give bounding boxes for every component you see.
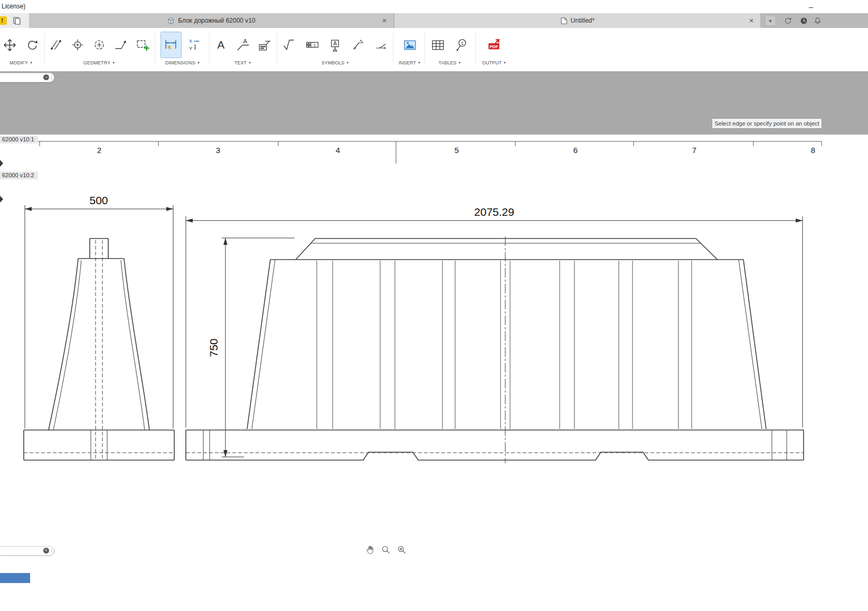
group-symbols: .1 A: [279, 31, 392, 65]
edge-extension-button[interactable]: [111, 32, 130, 58]
ribbon-toolbar: MODIFY▼: [0, 28, 868, 71]
toolbar-separator: [44, 33, 45, 64]
svg-text:6: 6: [573, 146, 578, 155]
browser-item-view2[interactable]: 62000 v10:2: [0, 171, 38, 179]
toolbar-separator: [475, 33, 476, 64]
center-mark-button[interactable]: [68, 32, 87, 58]
chevron-down-icon: ▼: [458, 61, 461, 64]
toolbar-separator: [277, 33, 277, 64]
dimension-tool-button-active[interactable]: [161, 32, 182, 58]
group-label[interactable]: TEXT▼: [211, 60, 275, 65]
center-line-circle-button[interactable]: [90, 32, 109, 58]
zoom-window-icon[interactable]: [396, 544, 408, 556]
history-clock-icon[interactable]: [799, 16, 808, 25]
toolbar-separator: [155, 33, 155, 64]
svg-text:3: 3: [216, 146, 220, 155]
dimension-side-height[interactable]: 750: [207, 238, 295, 457]
notification-bell-icon[interactable]: [813, 16, 822, 25]
zoom-icon[interactable]: [380, 544, 392, 556]
tab-document-1[interactable]: Блок дорожный 62000 v10 ✕: [29, 13, 394, 28]
tab-close-button[interactable]: ✕: [748, 17, 755, 24]
app-window: License) – ! Блок дорожный 62000 v10 ✕: [0, 0, 868, 611]
surface-texture-button[interactable]: [279, 32, 299, 58]
group-label[interactable]: MODIFY▼: [0, 60, 42, 65]
svg-text:PDF: PDF: [489, 44, 498, 49]
tab-label: Untitled*: [571, 17, 595, 24]
svg-text:4: 4: [336, 146, 340, 155]
drawing-sheet-svg: 2 3 4 5 6 7 8: [0, 135, 868, 611]
group-dimensions: X Y DIMENSIONS▼: [157, 31, 208, 65]
sheet-zone-numbers: 2 3 4 5 6 7 8: [97, 146, 815, 155]
datum-target-button[interactable]: [348, 32, 369, 58]
group-label[interactable]: SYMBOLS▼: [279, 60, 392, 65]
chevron-down-icon: ▼: [197, 61, 200, 64]
warning-icon[interactable]: !: [0, 16, 7, 25]
offset-edges-button[interactable]: [46, 32, 65, 58]
svg-text:X: X: [189, 39, 193, 44]
pan-hand-icon[interactable]: [364, 544, 376, 556]
move-copy-button[interactable]: [0, 32, 20, 58]
svg-text:2075.29: 2075.29: [474, 206, 514, 218]
side-view[interactable]: [186, 236, 804, 463]
group-label[interactable]: DIMENSIONS▼: [157, 60, 208, 65]
group-modify: MODIFY▼: [0, 31, 42, 65]
taskbar-fragment: [0, 573, 30, 583]
insert-image-button[interactable]: [399, 32, 420, 58]
dimension-side-length[interactable]: 2075.29: [186, 206, 803, 427]
grip-icon: [51, 549, 54, 553]
tab-close-button[interactable]: ✕: [381, 17, 388, 24]
svg-text:5: 5: [455, 146, 459, 155]
group-tables: 1 TABLES▼: [427, 31, 473, 65]
table-button[interactable]: [428, 32, 449, 58]
rotate-button[interactable]: [23, 32, 43, 58]
toolbar-separator: [393, 33, 393, 64]
sheet-zone-ruler: [0, 141, 822, 164]
group-label[interactable]: TABLES▼: [427, 60, 473, 65]
svg-text:1: 1: [461, 40, 464, 45]
svg-text:A: A: [243, 38, 247, 44]
group-label[interactable]: OUTPUT▼: [477, 60, 511, 65]
group-label[interactable]: GEOMETRY▼: [46, 60, 152, 65]
drawing-canvas[interactable]: 2 3 4 5 6 7 8: [0, 135, 868, 611]
new-tab-button[interactable]: +: [766, 16, 775, 25]
note-button[interactable]: [255, 32, 275, 58]
feature-control-frame-button[interactable]: .1: [302, 32, 323, 58]
browser-collapse-bar[interactable]: −: [0, 73, 54, 82]
leader-text-button[interactable]: A: [233, 32, 253, 58]
expand-plus-icon[interactable]: +: [43, 548, 49, 553]
collapse-minus-icon[interactable]: −: [43, 74, 49, 80]
group-geometry: GEOMETRY▼: [46, 31, 152, 65]
grip-icon: [51, 75, 54, 80]
prompt-tooltip: Select edge or specify point on an objec…: [712, 118, 822, 129]
chevron-down-icon: ▼: [248, 61, 251, 64]
text-button[interactable]: A: [211, 32, 231, 58]
output-pdf-button[interactable]: PDF: [484, 32, 505, 58]
toolbar-separator: [424, 33, 425, 64]
taper-symbol-button[interactable]: [371, 32, 392, 58]
dimension-front-width[interactable]: 500: [25, 194, 173, 428]
title-bar: License) –: [0, 0, 868, 13]
group-label[interactable]: INSERT▼: [395, 60, 424, 65]
sync-status-icon[interactable]: [783, 16, 792, 25]
front-view[interactable]: [24, 238, 174, 460]
panel-expand-bar[interactable]: +: [0, 546, 54, 556]
window-title-fragment: License): [2, 3, 25, 10]
svg-text:.1: .1: [312, 43, 315, 47]
toolbar-separator: [209, 33, 210, 64]
clipboard-icon[interactable]: [13, 16, 21, 27]
svg-text:750: 750: [207, 338, 220, 357]
balloon-button[interactable]: 1: [451, 32, 473, 58]
minimize-button[interactable]: –: [806, 1, 816, 12]
document-tab-bar: ! Блок дорожный 62000 v10 ✕: [0, 13, 868, 28]
drawing-doc-icon: [560, 17, 568, 25]
svg-text:7: 7: [692, 146, 696, 155]
datum-identifier-button[interactable]: A: [325, 32, 346, 58]
svg-text:A: A: [217, 38, 224, 50]
browser-item-view1[interactable]: 62000 v10:1: [0, 136, 38, 144]
create-sketch-button[interactable]: [133, 32, 152, 58]
chevron-down-icon: ▼: [503, 61, 506, 64]
ordinate-dimension-button[interactable]: X Y: [184, 32, 205, 58]
svg-text:500: 500: [89, 194, 108, 206]
svg-text:8: 8: [811, 146, 815, 155]
tab-document-2[interactable]: Untitled* ✕: [394, 13, 760, 28]
